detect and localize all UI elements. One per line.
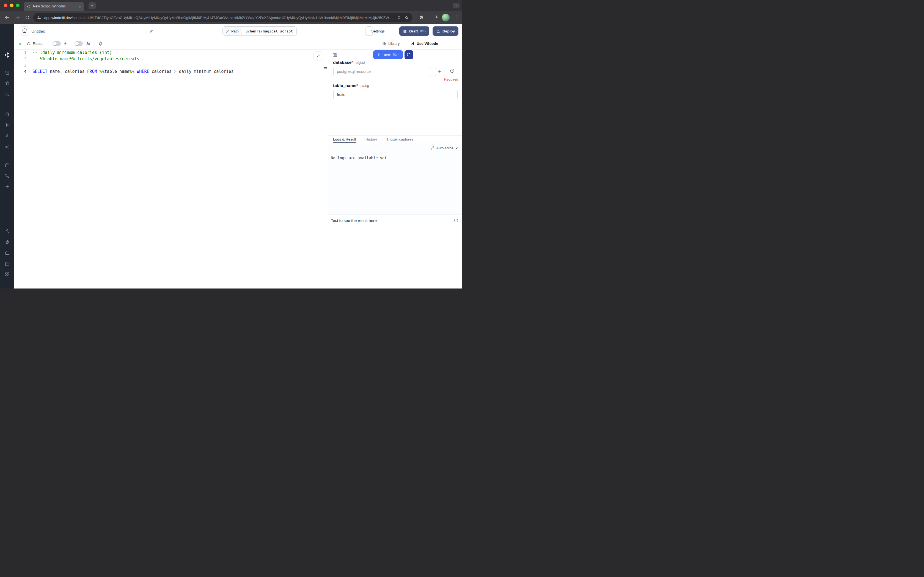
home-icon — [5, 112, 10, 117]
editor-overview-marker — [324, 67, 327, 68]
line-number: 1 — [14, 50, 26, 56]
forward-button[interactable] — [15, 15, 20, 20]
editor-settings-button[interactable] — [98, 38, 103, 49]
field-name: table_name — [333, 83, 356, 88]
script-title-field[interactable]: Untitled — [31, 24, 45, 38]
dollar-icon: $ — [5, 134, 10, 139]
code-line[interactable]: 2 -- %%table_name%% fruits/vegetables/ce… — [14, 56, 328, 62]
downloads-button[interactable] — [434, 15, 439, 20]
url-bar[interactable]: app.windmill.dev/scripts/add#JTdCJTIyaGF… — [33, 13, 412, 22]
apps-grid-icon — [5, 272, 10, 277]
sidebar-item-resources[interactable] — [4, 143, 10, 150]
plus-icon — [5, 184, 10, 189]
star-icon — [5, 81, 10, 86]
sidebar-item-home[interactable] — [4, 111, 10, 118]
tab-search-button[interactable] — [453, 3, 460, 8]
app-sidebar: $ — [0, 24, 14, 288]
bookmark-star-icon[interactable] — [404, 15, 409, 20]
tab-logs-result[interactable]: Logs & Result — [333, 135, 356, 143]
refresh-resources-button[interactable] — [449, 69, 454, 74]
download-icon — [434, 15, 439, 20]
toggle-switch[interactable] — [74, 41, 83, 46]
sidebar-item-workers[interactable] — [4, 250, 10, 256]
test-button[interactable]: Test ⌘↵ — [373, 50, 403, 59]
toggle-switch[interactable] — [53, 41, 61, 46]
database-input[interactable] — [333, 67, 431, 76]
settings-button[interactable]: Settings — [365, 26, 373, 36]
ai-assistant-button[interactable] — [314, 52, 322, 60]
sidebar-item-runs[interactable] — [4, 122, 10, 128]
sidebar-item-user[interactable] — [4, 228, 10, 234]
panel-tabs: Logs & Result History Trigger captures — [328, 135, 462, 143]
collapse-panel-button[interactable] — [332, 53, 337, 58]
code-token: name, calories — [47, 69, 87, 74]
window-minimize-button[interactable] — [10, 3, 13, 7]
sidebar-item-variables[interactable]: $ — [4, 132, 10, 139]
sidebar-item-settings[interactable] — [4, 239, 10, 245]
sidebar-item-create[interactable] — [4, 183, 10, 190]
toggle-two[interactable] — [74, 38, 83, 49]
edit-title-button[interactable] — [149, 29, 153, 33]
add-resource-button[interactable] — [435, 67, 444, 76]
code-line[interactable]: 3 — [14, 62, 328, 68]
diff-button[interactable]: ± — [64, 38, 66, 49]
sidebar-item-search[interactable] — [4, 91, 10, 98]
deploy-button[interactable]: Deploy — [433, 26, 459, 36]
briefcase-icon — [5, 250, 10, 256]
profile-avatar[interactable] — [442, 14, 450, 21]
postgresql-icon — [21, 28, 28, 34]
reset-button[interactable]: Reset — [26, 38, 42, 49]
windmill-logo[interactable] — [4, 52, 10, 58]
code-line[interactable]: 4 SELECT name, calories FROM %%table_nam… — [14, 68, 328, 75]
tab-close-icon[interactable]: × — [79, 5, 81, 8]
vscode-label: Use VScode — [417, 42, 438, 46]
window-close-button[interactable] — [4, 3, 7, 7]
auto-scroll-toggle[interactable]: Auto scroll ✓ — [430, 146, 459, 150]
site-settings-icon[interactable] — [37, 15, 42, 20]
sidebar-item-folders[interactable] — [4, 260, 10, 267]
back-button[interactable] — [5, 15, 10, 20]
field-type: string — [361, 84, 369, 88]
plus-icon — [438, 69, 442, 74]
new-tab-button[interactable]: + — [89, 2, 96, 10]
toggle-one[interactable] — [53, 38, 61, 49]
window-zoom-button[interactable] — [16, 3, 19, 7]
collaborators-button[interactable] — [86, 38, 91, 49]
notebook-icon — [5, 70, 10, 75]
extensions-button[interactable] — [419, 15, 424, 20]
table-name-input[interactable] — [333, 90, 457, 99]
info-icon — [454, 218, 459, 223]
code-token: SELECT — [32, 69, 47, 74]
tab-title: New Script | Windmill — [33, 5, 76, 8]
code-line[interactable]: 1 -- :daily_minimum_calories (int) — [14, 50, 328, 56]
test-fullscreen-button[interactable] — [404, 50, 413, 59]
sidebar-item-triggers[interactable] — [4, 172, 10, 179]
run-panel: Test ⌘↵ database* object Required table_… — [328, 50, 462, 288]
draft-button[interactable]: Draft ⌘S — [399, 26, 429, 36]
code-token — [134, 69, 137, 74]
code-editor[interactable]: 1 -- :daily_minimum_calories (int) 2 -- … — [14, 50, 328, 288]
path-label-segment: Path — [223, 27, 242, 35]
required-asterisk: * — [356, 83, 358, 88]
result-hint: Test to see the result here — [331, 218, 377, 223]
reload-button[interactable] — [25, 15, 30, 20]
sidebar-item-apps[interactable] — [4, 271, 10, 277]
browser-menu-button[interactable]: ⋮ — [455, 14, 459, 20]
tab-history[interactable]: History — [365, 135, 377, 143]
windmill-logo-icon — [4, 52, 10, 58]
diff-icon: ± — [64, 41, 66, 46]
sidebar-item-schedules[interactable] — [4, 162, 10, 168]
browser-tab[interactable]: New Script | Windmill × — [24, 2, 84, 11]
library-button[interactable]: Library — [382, 38, 399, 49]
panel-collapse-icon — [332, 53, 337, 58]
use-vscode-button[interactable]: Use VScode — [410, 38, 438, 49]
draft-label: Draft — [409, 29, 418, 33]
sidebar-item-notebook[interactable] — [4, 69, 10, 76]
zoom-icon[interactable] — [397, 15, 401, 20]
field-type: object — [356, 61, 365, 64]
sidebar-item-favorites[interactable] — [4, 80, 10, 86]
tab-trigger-captures[interactable]: Trigger captures — [386, 135, 413, 143]
script-path-control[interactable]: Path u/henri/magical_script — [222, 26, 297, 36]
code-token: FROM — [87, 69, 97, 74]
reload-icon — [25, 15, 30, 20]
